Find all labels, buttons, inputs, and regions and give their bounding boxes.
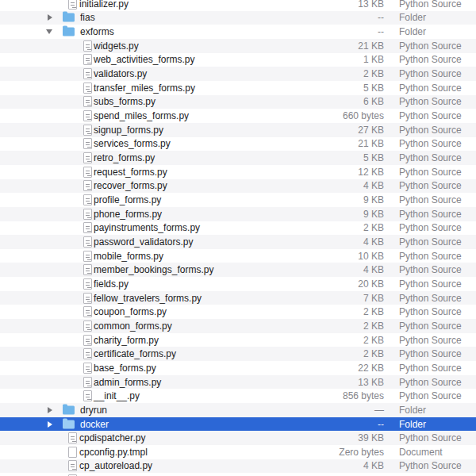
- file-row[interactable]: services_forms.py 21 KB Python Source: [0, 137, 476, 152]
- file-name: fias: [80, 12, 95, 23]
- file-name: subs_forms.py: [94, 96, 155, 107]
- file-kind: Python Source: [399, 83, 462, 94]
- disclosure-triangle-icon[interactable]: [48, 407, 52, 413]
- file-name: admin_forms.py: [94, 377, 161, 388]
- file-name: spend_miles_forms.py: [94, 110, 189, 121]
- file-kind: Python Source: [399, 125, 462, 136]
- file-row[interactable]: subs_forms.py 6 KB Python Source: [0, 95, 476, 109]
- file-row[interactable]: fields.py 20 KB Python Source: [0, 277, 476, 291]
- file-rows: initializer.py 13 KB Python Source fias …: [0, 0, 476, 476]
- file-size: 12 KB: [270, 167, 384, 178]
- file-kind: Python Source: [399, 348, 462, 359]
- python-file-icon: [83, 363, 92, 374]
- file-kind: Document: [399, 447, 443, 458]
- file-kind: Python Source: [399, 390, 462, 401]
- file-row[interactable]: phone_forms.py 9 KB Python Source: [0, 207, 476, 221]
- file-row[interactable]: admin_forms.py 13 KB Python Source: [0, 375, 476, 390]
- python-file-icon: [83, 390, 92, 401]
- file-name: base_forms.py: [94, 363, 156, 374]
- file-size: 21 KB: [270, 138, 384, 149]
- file-row[interactable]: validators.py 2 KB Python Source: [0, 67, 476, 81]
- file-kind: Python Source: [399, 68, 462, 79]
- file-row[interactable]: password_validators.py 4 KB Python Sourc…: [0, 235, 476, 249]
- file-size: 27 KB: [270, 125, 384, 136]
- file-size: 10 KB: [270, 251, 384, 262]
- file-kind: Python Source: [399, 96, 462, 107]
- disclosure-triangle-icon[interactable]: [46, 29, 52, 34]
- file-row[interactable]: transfer_miles_forms.py 5 KB Python Sour…: [0, 81, 476, 95]
- file-kind: Python Source: [399, 180, 462, 191]
- file-row[interactable]: common_forms.py 2 KB Python Source: [0, 319, 476, 333]
- python-file-icon: [83, 152, 92, 163]
- file-row[interactable]: cpdispatcher.py 39 KB Python Source: [0, 431, 476, 445]
- python-file-icon: [83, 167, 92, 178]
- disclosure-triangle-icon[interactable]: [48, 421, 52, 428]
- file-size: 6 KB: [270, 96, 384, 107]
- python-file-icon: [83, 138, 92, 149]
- file-name: exforms: [80, 26, 114, 37]
- file-size: 2 KB: [270, 335, 384, 346]
- file-kind: Python Source: [399, 460, 462, 471]
- folder-row[interactable]: exforms -- Folder: [0, 25, 476, 39]
- python-file-icon: [83, 54, 92, 65]
- file-size: --: [270, 12, 384, 23]
- file-name: cpdispatcher.py: [79, 432, 145, 443]
- file-size: 4 KB: [270, 180, 384, 191]
- file-row[interactable]: mobile_forms.py 10 KB Python Source: [0, 249, 476, 263]
- file-row[interactable]: payinstruments_forms.py 2 KB Python Sour…: [0, 221, 476, 236]
- file-size: 4 KB: [270, 460, 384, 471]
- file-row[interactable]: charity_form.py 2 KB Python Source: [0, 333, 476, 347]
- file-size: --: [270, 26, 384, 37]
- python-file-icon: [83, 335, 92, 346]
- file-row[interactable]: profile_forms.py 9 KB Python Source: [0, 193, 476, 207]
- file-row[interactable]: spend_miles_forms.py 660 bytes Python So…: [0, 109, 476, 123]
- file-name: common_forms.py: [94, 321, 172, 332]
- file-row[interactable]: web_activities_forms.py 1 KB Python Sour…: [0, 53, 476, 67]
- file-row[interactable]: initializer.py 13 KB Python Source: [0, 0, 476, 11]
- file-size: 9 KB: [270, 209, 384, 220]
- file-name: cpconfig.py.tmpl: [79, 447, 148, 458]
- file-size: 39 KB: [270, 432, 384, 443]
- python-file-icon: [83, 377, 92, 388]
- file-name: charity_form.py: [94, 335, 159, 346]
- file-row[interactable]: [0, 473, 476, 476]
- file-kind: Python Source: [399, 40, 462, 52]
- file-row[interactable]: coupon_forms.py 2 KB Python Source: [0, 305, 476, 319]
- file-name: transfer_miles_forms.py: [94, 83, 195, 94]
- file-row[interactable]: certificate_forms.py 2 KB Python Source: [0, 347, 476, 361]
- file-kind: Python Source: [399, 110, 462, 121]
- file-name: widgets.py: [94, 40, 139, 52]
- file-name: mobile_forms.py: [94, 251, 163, 262]
- python-file-icon: [83, 96, 92, 107]
- python-file-icon: [83, 110, 92, 121]
- file-kind: Python Source: [399, 321, 462, 332]
- file-name: coupon_forms.py: [94, 306, 167, 317]
- file-row[interactable]: retro_forms.py 5 KB Python Source: [0, 151, 476, 165]
- file-size: Zero bytes: [270, 447, 384, 458]
- file-row[interactable]: __init__.py 856 bytes Python Source: [0, 389, 476, 403]
- file-kind: Python Source: [399, 236, 462, 248]
- file-name: profile_forms.py: [94, 194, 161, 205]
- file-row[interactable]: widgets.py 21 KB Python Source: [0, 39, 476, 53]
- file-row[interactable]: base_forms.py 22 KB Python Source: [0, 361, 476, 375]
- folder-row[interactable]: fias -- Folder: [0, 11, 476, 25]
- file-row[interactable]: member_bookings_forms.py 4 KB Python Sou…: [0, 263, 476, 277]
- file-row[interactable]: fellow_travelers_forms.py 7 KB Python So…: [0, 291, 476, 305]
- python-file-icon: [83, 293, 92, 304]
- file-row[interactable]: signup_forms.py 27 KB Python Source: [0, 123, 476, 137]
- file-row[interactable]: cpconfig.py.tmpl Zero bytes Document: [0, 445, 476, 459]
- disclosure-triangle-icon[interactable]: [48, 14, 52, 21]
- file-size: 2 KB: [270, 348, 384, 359]
- file-row[interactable]: cp_autoreload.py 4 KB Python Source: [0, 459, 476, 474]
- file-name: password_validators.py: [94, 236, 193, 248]
- file-size: 856 bytes: [270, 390, 384, 401]
- folder-row[interactable]: docker -- Folder: [0, 417, 476, 432]
- file-row[interactable]: recover_forms.py 4 KB Python Source: [0, 179, 476, 194]
- file-name: validators.py: [94, 68, 147, 79]
- file-name: payinstruments_forms.py: [94, 222, 200, 233]
- file-size: 13 KB: [270, 377, 384, 388]
- file-name: signup_forms.py: [94, 125, 163, 136]
- folder-row[interactable]: dryrun — Folder: [0, 403, 476, 417]
- file-row[interactable]: request_forms.py 12 KB Python Source: [0, 165, 476, 179]
- file-size: 21 KB: [270, 40, 384, 52]
